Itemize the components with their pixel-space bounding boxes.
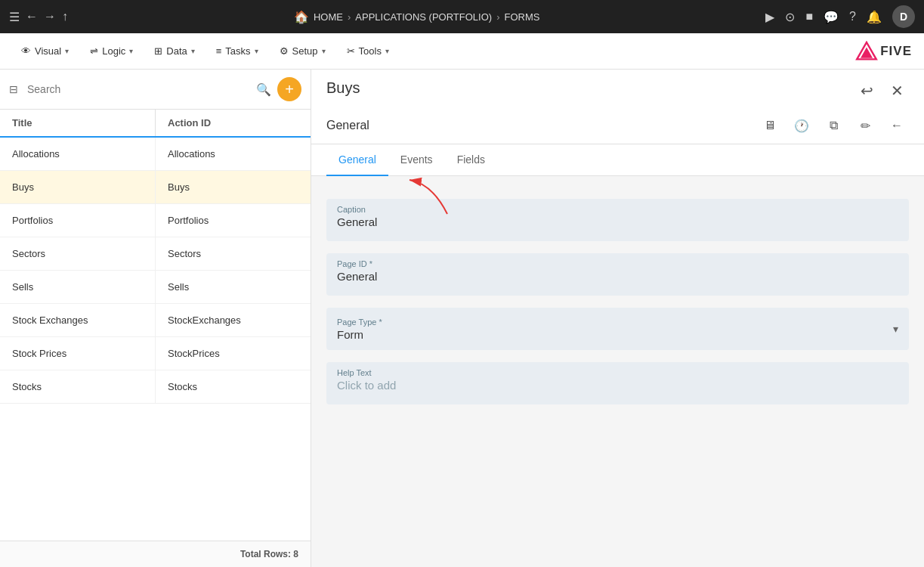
back-icon[interactable]: ←: [885, 113, 909, 138]
chevron-down-icon-6: ▾: [385, 47, 389, 55]
search-input[interactable]: [27, 83, 250, 95]
tabs-bar: General Events Fields: [311, 144, 924, 176]
breadcrumb-home[interactable]: HOME: [314, 11, 343, 23]
page-id-field[interactable]: Page ID * General: [326, 253, 909, 296]
row-action-id: Sectors: [156, 237, 311, 270]
sidebar-header: Title Action ID: [0, 110, 311, 138]
list-item[interactable]: Sells Sells: [0, 271, 311, 304]
caption-value: General: [337, 215, 898, 228]
up-icon[interactable]: ↑: [62, 10, 68, 23]
page-title: Buys: [326, 79, 360, 97]
row-title: Sectors: [0, 237, 156, 270]
content-area: Buys ↩ ✕ General 🖥 🕐 ⧉ ✏ ← General: [311, 70, 924, 567]
chevron-down-icon: ▾: [65, 47, 69, 55]
row-title: Buys: [0, 171, 156, 203]
content-toolbar: General 🖥 🕐 ⧉ ✏ ←: [326, 107, 909, 144]
list-item[interactable]: Stocks Stocks: [0, 370, 311, 404]
add-button[interactable]: +: [277, 77, 301, 101]
forward-icon[interactable]: →: [44, 10, 56, 23]
row-action-id: Buys: [156, 171, 311, 203]
list-item[interactable]: Stock Prices StockPrices: [0, 337, 311, 370]
breadcrumb: 🏠 HOME › APPLICATIONS (PORTFOLIO) › FORM…: [294, 10, 539, 24]
nav-visual[interactable]: 👁 Visual ▾: [12, 39, 78, 63]
page-type-label: Page Type *: [337, 318, 893, 327]
row-title: Stock Exchanges: [0, 304, 156, 336]
search-icon[interactable]: ⊙: [785, 10, 795, 24]
list-item[interactable]: Buys Buys: [0, 171, 311, 204]
nav-setup-label: Setup: [292, 45, 318, 57]
circle-left-icon[interactable]: ↩: [854, 79, 879, 103]
breadcrumb-sep-2: ›: [496, 11, 499, 23]
clock-icon[interactable]: 🕐: [790, 113, 814, 138]
row-action-id: StockExchanges: [156, 304, 311, 336]
main-layout: ⊟ 🔍 + Title Action ID Allocations Alloca…: [0, 70, 924, 567]
filter-icon[interactable]: ⊟: [9, 83, 18, 95]
close-icon[interactable]: ✕: [885, 79, 909, 103]
page-type-field[interactable]: Page Type * Form ▾: [326, 308, 909, 350]
tab-events[interactable]: Events: [388, 144, 445, 176]
nav-tasks-label: Tasks: [225, 45, 250, 57]
nav-data-label: Data: [166, 45, 187, 57]
nav-data[interactable]: ⊞ Data ▾: [145, 39, 203, 63]
top-nav-right: ▶ ⊙ ■ 💬 ? 🔔 D: [765, 5, 915, 28]
five-logo-text: FIVE: [880, 44, 912, 59]
content-header: Buys ↩ ✕ General 🖥 🕐 ⧉ ✏ ←: [311, 70, 924, 144]
tab-fields[interactable]: Fields: [445, 144, 497, 176]
nav-tasks[interactable]: ≡ Tasks ▾: [207, 39, 267, 63]
menu-icon[interactable]: ☰: [9, 10, 20, 24]
tab-general[interactable]: General: [326, 144, 388, 176]
breadcrumb-applications[interactable]: APPLICATIONS (PORTFOLIO): [355, 11, 492, 23]
sec-nav: 👁 Visual ▾ ⇌ Logic ▾ ⊞ Data ▾ ≡ Tasks ▾ …: [0, 33, 924, 70]
help-text-label: Help Text: [337, 368, 898, 377]
top-nav: ☰ ← → ↑ 🏠 HOME › APPLICATIONS (PORTFOLIO…: [0, 0, 924, 33]
caption-field[interactable]: Caption General: [326, 199, 909, 241]
chat-icon[interactable]: 💬: [824, 10, 839, 24]
chevron-down-icon-4: ▾: [255, 47, 258, 55]
copy-icon[interactable]: ⧉: [821, 113, 845, 138]
edit-icon[interactable]: ✏: [853, 113, 877, 138]
nav-setup[interactable]: ⚙ Setup ▾: [270, 39, 335, 63]
play-icon[interactable]: ▶: [765, 10, 774, 24]
nav-visual-label: Visual: [35, 45, 61, 57]
monitor-icon[interactable]: 🖥: [758, 113, 782, 138]
toolbar-icons: 🖥 🕐 ⧉ ✏ ←: [758, 113, 909, 138]
section-title: General: [326, 119, 369, 132]
sidebar-table: Title Action ID Allocations Allocations …: [0, 110, 311, 541]
home-icon[interactable]: 🏠: [294, 10, 309, 24]
five-logo-icon: [854, 41, 879, 62]
nav-logic-label: Logic: [102, 45, 125, 57]
chevron-down-icon-2: ▾: [129, 47, 133, 55]
help-text-placeholder: Click to add: [337, 379, 898, 392]
nav-tools[interactable]: ✂ Tools ▾: [338, 39, 398, 63]
help-text-field[interactable]: Help Text Click to add: [326, 362, 909, 404]
row-action-id: StockPrices: [156, 337, 311, 370]
nav-logic[interactable]: ⇌ Logic ▾: [81, 39, 142, 63]
breadcrumb-sep-1: ›: [348, 11, 351, 23]
eye-icon: 👁: [21, 45, 31, 57]
form-area: Caption General Page ID * General Page T…: [311, 176, 924, 567]
col-title: Title: [0, 110, 156, 136]
bell-icon[interactable]: 🔔: [867, 10, 882, 24]
help-icon[interactable]: ?: [849, 10, 856, 23]
nav-tools-label: Tools: [359, 45, 382, 57]
chevron-down-icon-3: ▾: [191, 47, 195, 55]
chevron-down-icon: ▾: [893, 323, 898, 335]
list-item[interactable]: Portfolios Portfolios: [0, 204, 311, 237]
avatar[interactable]: D: [892, 5, 915, 28]
stop-icon[interactable]: ■: [805, 10, 813, 23]
row-action-id: Sells: [156, 271, 311, 303]
page-id-value: General: [337, 270, 898, 283]
top-nav-left: ☰ ← → ↑: [9, 10, 68, 24]
list-item[interactable]: Sectors Sectors: [0, 237, 311, 271]
row-action-id: Allocations: [156, 138, 311, 170]
back-icon[interactable]: ←: [26, 10, 38, 23]
list-item[interactable]: Allocations Allocations: [0, 138, 311, 171]
row-title: Portfolios: [0, 204, 156, 237]
list-item[interactable]: Stock Exchanges StockExchanges: [0, 304, 311, 337]
page-type-value: Form: [337, 328, 893, 341]
search-icon[interactable]: 🔍: [256, 82, 271, 97]
sidebar: ⊟ 🔍 + Title Action ID Allocations Alloca…: [0, 70, 311, 567]
breadcrumb-forms[interactable]: FORMS: [504, 11, 539, 23]
tasks-icon: ≡: [216, 45, 222, 57]
chevron-down-icon-5: ▾: [322, 47, 326, 55]
